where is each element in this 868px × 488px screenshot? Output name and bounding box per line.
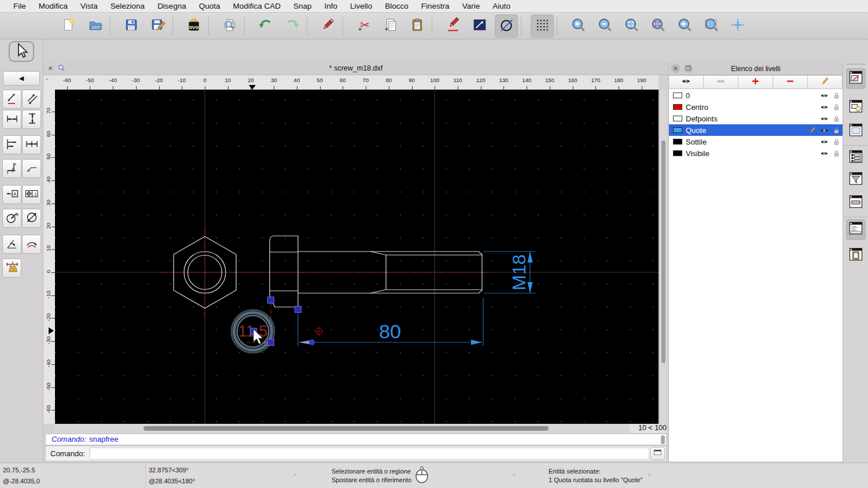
dim-leader-button[interactable] (22, 159, 41, 178)
layer-lock-icon[interactable] (830, 126, 843, 135)
zoom-pan-button[interactable] (726, 14, 749, 38)
menu-item-vista[interactable]: Vista (74, 2, 104, 10)
layer-lock-icon[interactable] (830, 114, 843, 123)
show-all-eye-button[interactable] (669, 75, 704, 89)
dim-ordinate-button[interactable]: xy (2, 159, 21, 178)
zoom-out-button[interactable] (593, 14, 616, 38)
zoom-select-button[interactable] (646, 14, 670, 38)
line-tool-button[interactable] (468, 14, 491, 38)
grid-button[interactable] (531, 14, 554, 38)
remove-layer-button[interactable] (773, 75, 808, 89)
menu-item-snap[interactable]: Snap (287, 2, 318, 10)
dimension-80[interactable]: 80 (298, 298, 483, 346)
dim-horizontal-button[interactable] (2, 110, 21, 129)
select-tool-button[interactable] (9, 41, 34, 62)
layer-visibility-icon[interactable] (818, 138, 830, 146)
status-separator (145, 464, 146, 487)
draw-pencil-button[interactable] (442, 14, 465, 38)
menu-item-aiuto[interactable]: Aiuto (486, 2, 517, 10)
dim-linear-button[interactable] (22, 90, 41, 109)
undo-button[interactable] (254, 14, 277, 38)
handle-dot (513, 474, 515, 476)
dock-entity-list-button[interactable] (846, 147, 866, 168)
horizontal-scrollbar[interactable] (55, 424, 634, 433)
layer-edit-icon[interactable] (806, 126, 818, 134)
zoom-in-button[interactable] (567, 14, 590, 38)
edit-layer-button[interactable] (808, 75, 843, 89)
layer-visibility-icon[interactable] (818, 114, 830, 123)
svg-export-button[interactable]: SVG (182, 14, 205, 38)
dim-arc-button[interactable] (22, 235, 41, 254)
new-file-button[interactable] (57, 14, 80, 38)
layer-row-quote[interactable]: Quote (669, 124, 843, 136)
drawing-canvas[interactable]: 80 M18 11.5 (55, 90, 659, 424)
ruler-label: -30 (128, 77, 144, 83)
dock-layer-list-button[interactable] (846, 68, 866, 89)
menu-item-info[interactable]: Info (318, 2, 344, 10)
dock-block-list-button[interactable] (846, 97, 866, 118)
dock-clipboard-button[interactable] (846, 245, 866, 266)
save-button[interactable] (120, 14, 143, 38)
paste-button[interactable] (406, 14, 429, 38)
dim-vertical-button[interactable] (22, 110, 41, 129)
layer-visibility-icon[interactable] (818, 126, 830, 135)
dim-angular-button[interactable] (2, 235, 21, 254)
layer-lock-icon[interactable] (830, 103, 843, 112)
open-folder-button[interactable] (84, 14, 107, 38)
dock-library-browser-button[interactable] (846, 121, 866, 142)
menu-item-finestra[interactable]: Finestra (415, 2, 456, 10)
command-input[interactable] (90, 448, 649, 460)
add-layer-button[interactable] (738, 75, 773, 89)
menu-item-blocco[interactable]: Blocco (378, 2, 415, 10)
menu-item-modifica-cad[interactable]: Modifica CAD (226, 2, 287, 10)
dim-baseline-button[interactable] (2, 135, 21, 154)
zoom-window-button[interactable] (700, 14, 723, 38)
redo-button[interactable] (281, 14, 304, 38)
menu-item-quota[interactable]: Quota (193, 2, 227, 10)
eraser-button[interactable] (317, 14, 340, 38)
layer-row-centro[interactable]: Centro (669, 101, 843, 113)
dim-text-length[interactable]: 80 (379, 320, 401, 342)
dim-tolerance-button[interactable]: .1 (22, 185, 41, 204)
vertical-scrollbar[interactable] (659, 90, 667, 424)
dim-label-button[interactable]: A (2, 185, 21, 204)
dock-filter-button[interactable] (846, 169, 866, 190)
layer-visibility-icon[interactable] (818, 149, 830, 158)
vertical-scroll-thumb[interactable] (661, 141, 665, 363)
history-scroll-thumb[interactable] (661, 435, 665, 444)
print-preview-button[interactable] (218, 14, 241, 38)
layer-lock-icon[interactable] (830, 149, 843, 158)
menu-item-disegna[interactable]: Disegna (151, 2, 193, 10)
hide-all-eye-button[interactable] (704, 75, 738, 89)
dock-pen-palette-button[interactable] (846, 193, 866, 213)
dock-command-line-button[interactable] (846, 219, 866, 240)
dim-continue-button[interactable] (22, 135, 41, 154)
menu-item-modifica[interactable]: Modifica (32, 2, 74, 10)
layer-lock-icon[interactable] (830, 138, 843, 146)
layer-row-visibile[interactable]: Visibile (669, 147, 843, 159)
menu-item-file[interactable]: File (7, 2, 32, 10)
layer-row-sottile[interactable]: Sottile (669, 136, 843, 147)
layer-row-defpoints[interactable]: Defpoints (669, 113, 843, 124)
save-as-button[interactable] (146, 14, 170, 38)
horizontal-scroll-thumb[interactable] (144, 426, 549, 431)
zoom-auto-button[interactable] (620, 14, 643, 38)
copy-button[interactable]: + (379, 14, 402, 38)
zoom-previous-button[interactable] (673, 14, 696, 38)
back-button[interactable]: ◀ (3, 71, 40, 86)
snap-free-button[interactable] (495, 14, 518, 38)
menu-item-livello[interactable]: Livello (344, 2, 378, 10)
menu-item-seleziona[interactable]: Seleziona (104, 2, 151, 10)
dim-aligned-button[interactable] (2, 90, 21, 109)
layer-visibility-icon[interactable] (818, 103, 830, 112)
layer-visibility-icon[interactable] (818, 91, 830, 100)
dim-text-thread[interactable]: M18 (509, 254, 529, 290)
layer-row-0[interactable]: 0 (669, 90, 843, 101)
cut-button[interactable]: ✂+ (352, 14, 376, 38)
command-options-button[interactable] (650, 447, 665, 460)
dim-regenerate-button[interactable] (2, 258, 21, 278)
dim-radius-button[interactable]: R (2, 209, 21, 228)
menu-item-varie[interactable]: Varie (456, 2, 487, 10)
dim-diameter-button[interactable] (22, 209, 41, 228)
layer-lock-icon[interactable] (830, 91, 843, 100)
